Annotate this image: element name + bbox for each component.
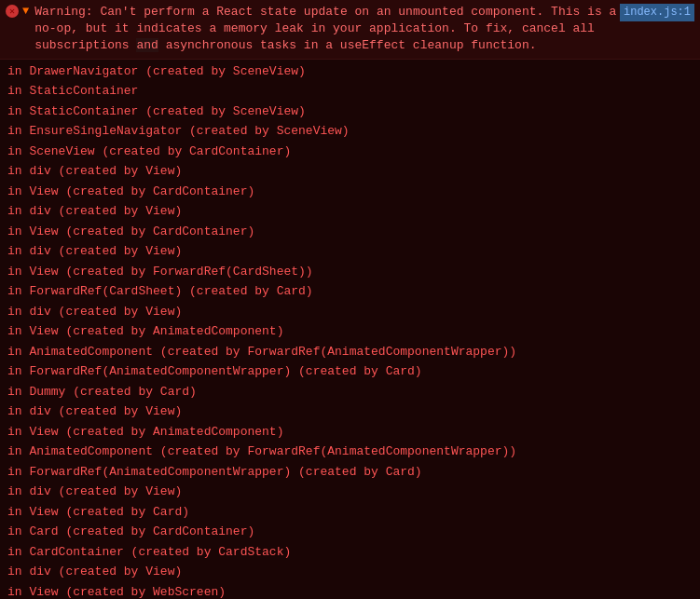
trace-line: in View (created by ForwardRef(CardSheet… bbox=[0, 262, 700, 282]
trace-line: in View (created by CardContainer) bbox=[0, 182, 700, 202]
trace-line: in StaticContainer (created by SceneView… bbox=[0, 102, 700, 122]
trace-line: in div (created by View) bbox=[0, 241, 700, 262]
trace-line: in View (created by WebScreen) bbox=[0, 582, 700, 599]
trace-line: in div (created by View) bbox=[0, 562, 700, 582]
trace-line: in SceneView (created by CardContainer) bbox=[0, 142, 700, 162]
close-icon: ✕ bbox=[9, 6, 15, 17]
trace-line: in AnimatedComponent (created by Forward… bbox=[0, 342, 700, 362]
trace-line: in div (created by View) bbox=[0, 402, 700, 422]
close-button[interactable]: ✕ bbox=[6, 5, 19, 18]
trace-line: in DrawerNavigator (created by SceneView… bbox=[0, 61, 700, 82]
warning-prefix: Warning: bbox=[34, 5, 92, 19]
trace-line: in div (created by View) bbox=[0, 201, 700, 222]
warning-icon-area: ✕ ▼ bbox=[6, 5, 29, 18]
trace-line: in View (created by Card) bbox=[0, 502, 700, 523]
trace-line: in div (created by View) bbox=[0, 482, 700, 502]
triangle-icon: ▼ bbox=[22, 5, 29, 18]
file-link[interactable]: index.js:1 bbox=[620, 4, 694, 21]
trace-line: in ForwardRef(CardSheet) (created by Car… bbox=[0, 281, 700, 302]
trace-line: in Dummy (created by Card) bbox=[0, 382, 700, 402]
trace-line: in div (created by View) bbox=[0, 161, 700, 182]
trace-line: in CardContainer (created by CardStack) bbox=[0, 542, 700, 563]
console-container: ✕ ▼ index.js:1 Warning: Can't perform a … bbox=[0, 0, 700, 599]
trace-line: in ForwardRef(AnimatedComponentWrapper) … bbox=[0, 462, 700, 483]
trace-line: in View (created by AnimatedComponent) bbox=[0, 321, 700, 342]
trace-line: in Card (created by CardContainer) bbox=[0, 522, 700, 542]
warning-header: ✕ ▼ index.js:1 Warning: Can't perform a … bbox=[0, 0, 700, 60]
trace-line: in AnimatedComponent (created by Forward… bbox=[0, 442, 700, 462]
trace-line: in View (created by CardContainer) bbox=[0, 222, 700, 242]
warning-body: Can't perform a React state update on an… bbox=[34, 5, 616, 52]
trace-line: in div (created by View) bbox=[0, 302, 700, 322]
trace-line: in View (created by AnimatedComponent) bbox=[0, 422, 700, 442]
trace-line: in ForwardRef(AnimatedComponentWrapper) … bbox=[0, 361, 700, 382]
warning-text: index.js:1 Warning: Can't perform a Reac… bbox=[34, 4, 694, 55]
stack-trace: in DrawerNavigator (created by SceneView… bbox=[0, 60, 700, 599]
trace-line: in StaticContainer bbox=[0, 81, 700, 102]
trace-line: in EnsureSingleNavigator (created by Sce… bbox=[0, 121, 700, 142]
